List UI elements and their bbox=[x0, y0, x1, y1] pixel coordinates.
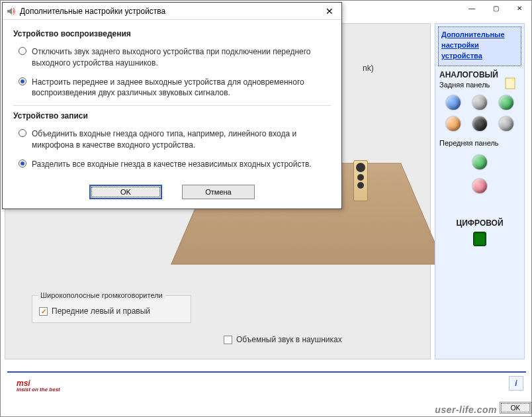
front-jack-green[interactable] bbox=[472, 155, 487, 169]
digital-jack[interactable] bbox=[473, 232, 486, 246]
main-minimize-button[interactable]: — bbox=[460, 1, 484, 15]
record-opt-0-radio[interactable] bbox=[19, 129, 26, 137]
front-lr-checkbox[interactable]: ✓ bbox=[39, 307, 48, 316]
record-opt-1-radio[interactable] bbox=[19, 160, 26, 167]
playback-opt-0-label: Отключить звук заднего выходного устройс… bbox=[32, 46, 330, 69]
msi-logo: msi insist on the best bbox=[7, 374, 60, 393]
main-close-button[interactable]: ✕ bbox=[508, 1, 531, 15]
record-opt-1-label: Разделить все входные гнезда в качестве … bbox=[32, 159, 312, 170]
front-jacks bbox=[439, 150, 520, 199]
playback-group-title: Устройство воспроизведения bbox=[13, 29, 331, 38]
dialog-close-button[interactable]: ✕ bbox=[320, 5, 339, 18]
taskbar-ok-button[interactable]: OK bbox=[500, 402, 531, 414]
wideband-title: Широкополосные громкоговорители bbox=[38, 291, 165, 299]
jack-gray[interactable] bbox=[472, 95, 487, 110]
dialog-cancel-button[interactable]: Отмена bbox=[182, 185, 255, 199]
watermark: user-life.com bbox=[435, 404, 497, 415]
headphone-surround-checkbox[interactable]: . bbox=[224, 336, 232, 344]
main-maximize-button[interactable]: ▢ bbox=[484, 1, 508, 15]
dialog-titlebar: Дополнительные настройки устройства ✕ bbox=[3, 3, 341, 20]
partial-text: nk) bbox=[363, 64, 374, 73]
record-group-title: Устройство записи bbox=[13, 111, 331, 120]
jack-orange[interactable] bbox=[446, 116, 461, 131]
jack-green[interactable] bbox=[499, 95, 513, 110]
dialog-title: Дополнительные настройки устройства bbox=[20, 7, 165, 16]
playback-opt-1-radio[interactable] bbox=[19, 77, 26, 85]
digital-title: ЦИФРОВОЙ bbox=[439, 218, 520, 228]
dialog-ok-button[interactable]: OK bbox=[89, 185, 162, 199]
playback-opt-0-radio[interactable] bbox=[19, 47, 26, 55]
note-icon bbox=[504, 77, 517, 90]
front-jack-pink[interactable] bbox=[472, 179, 487, 193]
taskbar: OK bbox=[500, 399, 531, 416]
rear-jacks bbox=[439, 90, 520, 136]
wideband-speakers-group: Широкополосные громкоговорители ✓ Передн… bbox=[32, 295, 191, 323]
right-panel: Дополнительные настройки устройства АНАЛ… bbox=[435, 23, 525, 359]
playback-opt-1-label: Настроить переднее и заднее выходные уст… bbox=[32, 77, 330, 99]
record-opt-0-label: Объединить входные гнезда одного типа, н… bbox=[32, 128, 330, 151]
jack-black[interactable] bbox=[472, 116, 487, 131]
front-panel-label: Передняя панель bbox=[439, 136, 520, 150]
info-button[interactable]: i bbox=[509, 376, 523, 391]
front-lr-label: Передние левый и правый bbox=[52, 306, 150, 316]
speaker-icon bbox=[7, 7, 16, 16]
advanced-settings-link[interactable]: Дополнительные настройки устройства bbox=[438, 26, 521, 66]
headphone-surround-label: Объемный звук в наушниках bbox=[236, 335, 342, 344]
jack-blue[interactable] bbox=[446, 95, 461, 110]
advanced-settings-dialog: Дополнительные настройки устройства ✕ Ус… bbox=[2, 2, 342, 209]
jack-gray-2[interactable] bbox=[499, 116, 513, 131]
footer: msi insist on the best i bbox=[7, 371, 526, 394]
